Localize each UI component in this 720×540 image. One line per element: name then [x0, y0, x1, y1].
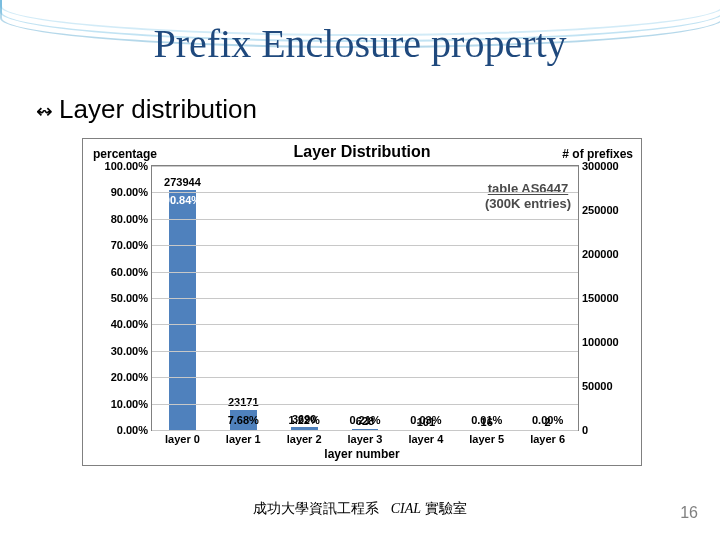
slide: Prefix Enclosure property ↭Layer distrib…: [0, 0, 720, 540]
y-left-tick: 60.00%: [111, 266, 148, 278]
bullet-text: Layer distribution: [59, 94, 257, 124]
x-tick-label: layer 5: [456, 433, 517, 445]
x-tick-label: layer 6: [517, 433, 578, 445]
gridline: [152, 219, 578, 220]
bullet-icon: ↭: [36, 100, 53, 122]
chart-title: Layer Distribution: [83, 143, 641, 161]
x-tick-label: layer 1: [213, 433, 274, 445]
y-left-tick: 40.00%: [111, 318, 148, 330]
plot-area: 27394490.84%layer 0231717.68%layer 13690…: [151, 165, 579, 431]
bar-pct-label: 90.84%: [152, 194, 213, 206]
gridline: [152, 324, 578, 325]
footer-lab: CIAL: [391, 501, 421, 516]
y-right-tick: 0: [582, 424, 588, 436]
y-left-tick: 10.00%: [111, 398, 148, 410]
gridline: [152, 245, 578, 246]
bar-pct-label: 0.21%: [335, 414, 396, 426]
y-left-tick: 70.00%: [111, 239, 148, 251]
y-left-label: percentage: [93, 147, 157, 161]
y-right-tick: 300000: [582, 160, 619, 172]
y-left-tick: 90.00%: [111, 186, 148, 198]
chart-layer-distribution: Layer Distribution percentage # of prefi…: [82, 138, 642, 466]
page-number: 16: [680, 504, 698, 522]
gridline: [152, 404, 578, 405]
gridline: [152, 430, 578, 431]
x-tick-label: layer 3: [335, 433, 396, 445]
x-tick-label: layer 0: [152, 433, 213, 445]
y-left-tick: 80.00%: [111, 213, 148, 225]
gridline: [152, 351, 578, 352]
gridline: [152, 192, 578, 193]
footer-org: 成功大學資訊工程系: [253, 500, 379, 516]
y-left-tick: 100.00%: [105, 160, 148, 172]
y-right-tick: 200000: [582, 248, 619, 260]
y-left-tick: 50.00%: [111, 292, 148, 304]
y-right-tick: 100000: [582, 336, 619, 348]
y-right-tick: 250000: [582, 204, 619, 216]
gridline: [152, 377, 578, 378]
bar: [169, 190, 196, 430]
y-left-tick: 30.00%: [111, 345, 148, 357]
bar-count-label: 273944: [152, 176, 213, 188]
bar-pct-label: 0.03%: [395, 414, 456, 426]
y-right-tick: 150000: [582, 292, 619, 304]
y-left-tick: 0.00%: [117, 424, 148, 436]
bar-count-label: 23171: [213, 396, 274, 408]
y-right-label: # of prefixes: [562, 147, 633, 161]
y-right-tick: 50000: [582, 380, 613, 392]
bar-pct-label: 0.01%: [456, 414, 517, 426]
bar-pct-label: 1.22%: [274, 414, 335, 426]
x-axis-title: layer number: [83, 447, 641, 461]
gridline: [152, 298, 578, 299]
gridline: [152, 272, 578, 273]
bullet-layer-distribution: ↭Layer distribution: [36, 94, 257, 125]
y-left-tick: 20.00%: [111, 371, 148, 383]
x-tick-label: layer 2: [274, 433, 335, 445]
bar-pct-label: 7.68%: [213, 414, 274, 426]
gridline: [152, 166, 578, 167]
bar-pct-label: 0.00%: [517, 414, 578, 426]
slide-title: Prefix Enclosure property: [0, 20, 720, 67]
footer: 成功大學資訊工程系 CIAL 實驗室: [0, 500, 720, 518]
footer-lab2: 實驗室: [425, 500, 467, 516]
x-tick-label: layer 4: [395, 433, 456, 445]
